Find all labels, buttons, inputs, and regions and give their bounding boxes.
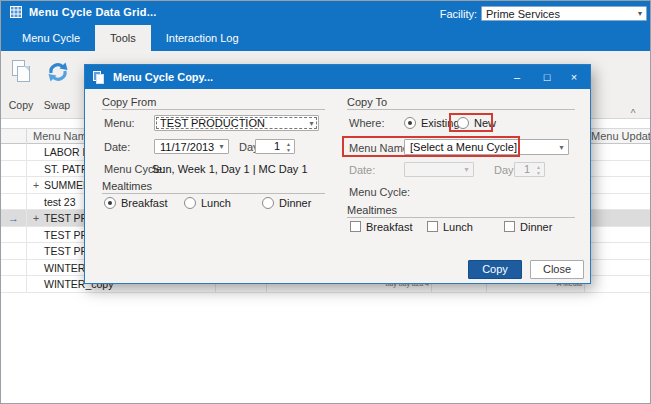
radio-selected-icon	[404, 117, 416, 129]
radio-icon	[457, 117, 469, 129]
to-day-value: 1	[515, 163, 533, 176]
grid-column-line	[26, 194, 27, 210]
checkbox-icon	[350, 221, 361, 232]
expand-placeholder	[30, 194, 42, 210]
from-date-picker[interactable]: 11/17/2013 ▾	[154, 139, 229, 154]
expand-plus-icon[interactable]: +	[30, 177, 42, 193]
swap-tool-label: Swap	[39, 99, 75, 111]
row-indicator	[1, 260, 26, 276]
collapse-ribbon-icon[interactable]: ^	[626, 108, 640, 119]
to-date-picker-disabled: ▾	[404, 162, 474, 177]
copy-button[interactable]: Copy	[468, 260, 522, 279]
from-mealtimes-group-label: Mealtimes	[102, 180, 152, 192]
radio-icon	[184, 197, 196, 209]
expand-placeholder	[30, 276, 42, 292]
tab-interaction-log[interactable]: Interaction Log	[151, 25, 254, 51]
from-menu-value: TEST PRODUCTION	[155, 117, 305, 129]
window-title: Menu Cycle Data Grid...	[29, 6, 156, 18]
to-mealtimes-divider	[347, 217, 575, 218]
to-date-label: Date:	[349, 164, 375, 176]
swap-tool-button[interactable]: Swap	[39, 55, 75, 113]
expand-placeholder	[30, 161, 42, 177]
grid-column-line	[26, 144, 27, 160]
spinner-arrows-icon[interactable]: ▲▼	[283, 140, 294, 153]
grid-column-line	[26, 276, 27, 292]
radio-selected-icon	[104, 197, 116, 209]
tab-menu-cycle[interactable]: Menu Cycle	[7, 25, 95, 51]
facility-value: Prime Services	[486, 8, 560, 20]
dialog-close-button[interactable]: ×	[566, 69, 582, 85]
expand-placeholder	[30, 243, 42, 259]
to-checkbox-lunch[interactable]: Lunch	[427, 220, 473, 233]
radio-label: Existing	[421, 117, 460, 129]
chevron-down-icon: ▾	[555, 143, 568, 152]
row-indicator	[1, 227, 26, 243]
facility-dropdown[interactable]: Prime Services ▾	[481, 6, 647, 21]
copy-tool-button[interactable]: Copy	[3, 55, 39, 113]
dialog-minimize-button[interactable]: –	[509, 69, 525, 85]
to-radio-existing[interactable]: Existing	[404, 116, 460, 129]
from-radio-breakfast[interactable]: Breakfast	[104, 196, 167, 209]
column-header-menu-update[interactable]: Menu Update	[584, 129, 651, 144]
dialog-maximize-button[interactable]: □	[539, 69, 555, 85]
expand-plus-icon[interactable]: +	[30, 210, 42, 226]
dialog-title: Menu Cycle Copy...	[113, 71, 213, 83]
ribbon-tabbar: Menu Cycle Tools Interaction Log	[1, 23, 651, 51]
expand-placeholder	[30, 227, 42, 243]
from-date-label: Date:	[104, 141, 130, 153]
copy-from-divider	[102, 109, 325, 110]
radio-label: New	[474, 117, 496, 129]
radio-label: Dinner	[279, 197, 311, 209]
facility-label: Facility:	[440, 8, 477, 20]
menu-cycle-copy-dialog: Menu Cycle Copy... – □ × Copy From Menu:…	[84, 64, 591, 284]
app-window: { "window": { "title": "Menu Cycle Data …	[0, 0, 651, 404]
grid-column-line	[26, 161, 27, 177]
from-radio-lunch[interactable]: Lunch	[184, 196, 231, 209]
tab-tools[interactable]: Tools	[95, 25, 151, 51]
to-checkbox-breakfast[interactable]: Breakfast	[350, 220, 412, 233]
expand-placeholder	[30, 144, 42, 160]
grid-column-line	[26, 260, 27, 276]
close-button[interactable]: Close	[530, 260, 584, 279]
to-mealtimes-group-label: Mealtimes	[347, 204, 397, 216]
from-radio-dinner[interactable]: Dinner	[262, 196, 311, 209]
copy-to-divider	[347, 109, 575, 110]
grid-column-line	[26, 243, 27, 259]
to-radio-new[interactable]: New	[457, 116, 496, 129]
copy-to-group-label: Copy To	[347, 96, 387, 108]
grid-column-line	[26, 227, 27, 243]
copy-pages-icon	[12, 60, 32, 84]
from-mealtimes-divider	[102, 193, 325, 194]
to-day-stepper-disabled: 1 ▲▼	[514, 162, 545, 177]
to-where-label: Where:	[349, 117, 384, 129]
copy-tool-label: Copy	[3, 99, 39, 111]
checkbox-label: Dinner	[520, 221, 552, 233]
to-menu-name-value: [Select a Menu Cycle]	[405, 141, 555, 153]
expand-placeholder	[30, 260, 42, 276]
current-row-arrow-icon: →	[1, 210, 26, 226]
row-indicator	[1, 144, 26, 160]
row-indicator	[1, 177, 26, 193]
from-day-stepper[interactable]: 1 ▲▼	[255, 139, 295, 154]
chevron-down-icon: ▾	[638, 9, 642, 18]
spinner-arrows-icon: ▲▼	[533, 163, 544, 176]
radio-label: Lunch	[201, 197, 231, 209]
grid-app-icon	[10, 6, 22, 18]
from-menu-cycle-value: Sun, Week 1, Day 1 | MC Day 1	[152, 163, 308, 175]
to-checkbox-dinner[interactable]: Dinner	[504, 220, 552, 233]
row-indicator	[1, 243, 26, 259]
facility-selector: Facility: Prime Services ▾	[440, 6, 647, 21]
copy-from-group-label: Copy From	[102, 96, 156, 108]
to-menu-name-dropdown[interactable]: [Select a Menu Cycle] ▾	[404, 139, 569, 155]
row-indicator	[1, 194, 26, 210]
radio-label: Breakfast	[121, 197, 167, 209]
checkbox-label: Breakfast	[366, 221, 412, 233]
row-indicator	[1, 276, 26, 292]
checkbox-icon	[504, 221, 515, 232]
to-menu-cycle-label: Menu Cycle:	[349, 186, 410, 198]
chevron-down-icon: ▾	[305, 119, 318, 128]
chevron-down-icon: ▾	[460, 165, 473, 174]
from-menu-dropdown[interactable]: TEST PRODUCTION ▾	[154, 115, 319, 131]
checkbox-icon	[427, 221, 438, 232]
from-menu-label: Menu:	[104, 117, 135, 129]
